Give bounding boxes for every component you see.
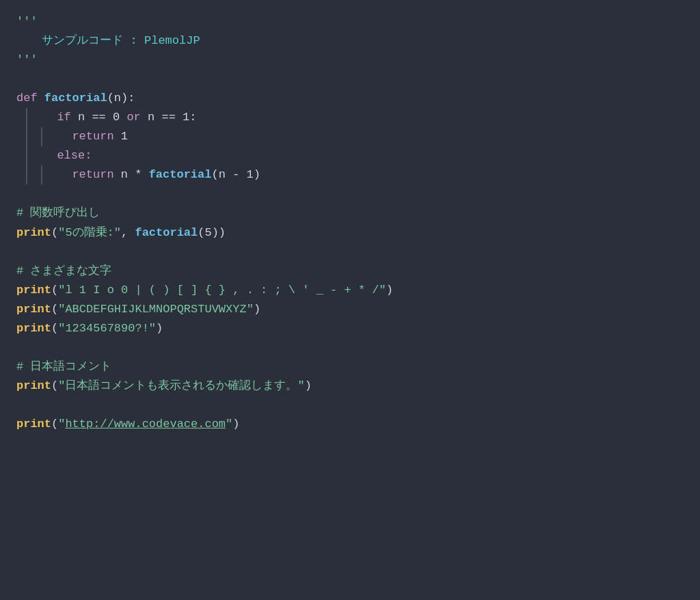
print-keyword-5: print <box>16 377 51 396</box>
code-editor: ''' サンプルコード : PlemolJP ''' def factorial… <box>0 0 700 600</box>
return-keyword-1: return <box>72 127 113 146</box>
if-keyword: if <box>57 108 70 127</box>
n-minus-1: (n - 1) <box>211 165 260 185</box>
print-jp-string: "日本語コメントも表示されるか確認します。" <box>58 377 304 396</box>
line-else: else: <box>31 146 260 165</box>
print-nums-string: "1234567890?!" <box>58 319 156 338</box>
comment-chars-text: # さまざまな文字 <box>16 262 111 281</box>
else-body: return n * factorial (n - 1) <box>31 165 260 185</box>
indent-bar-inner-else <box>41 165 42 185</box>
line-comment-chars: # さまざまな文字 <box>16 262 684 281</box>
print-keyword-2: print <box>16 281 51 300</box>
n-eq-1: n == 1: <box>148 108 196 127</box>
url-text: http://www.codevace.com <box>65 418 226 431</box>
def-keyword: def <box>16 89 38 108</box>
comment-call-text: # 関数呼び出し <box>16 204 100 223</box>
function-body-lines: if n == 0 or n == 1: return 1 <box>31 108 260 185</box>
line-triple-quote-close: ''' <box>16 51 684 70</box>
or-keyword: or <box>126 108 140 127</box>
print-alpha-string: "ABCDEFGHIJKLMNOPQRSTUVWXYZ" <box>58 300 254 319</box>
line-return-n: return n * factorial (n - 1) <box>46 165 260 185</box>
comment-sample-text: サンプルコード : PlemolJP <box>42 31 200 51</box>
print-keyword-1: print <box>16 223 51 243</box>
print-chars-string: "l 1 I o 0 | ( ) [ ] { } , . : ; \ ' _ -… <box>58 281 386 300</box>
return-keyword-2: return <box>72 165 113 185</box>
print-5-open: ( <box>51 223 58 243</box>
return-n-expr: n * <box>121 165 149 185</box>
comment-jp-text: # 日本語コメント <box>16 357 111 377</box>
line-print-url: print ( "http://www.codevace.com" ) <box>16 415 684 434</box>
line-def: def factorial (n): <box>16 89 684 108</box>
line-print-jp: print ( "日本語コメントも表示されるか確認します。" ) <box>16 377 684 396</box>
line-print-alpha: print ( "ABCDEFGHIJKLMNOPQRSTUVWXYZ" ) <box>16 300 684 319</box>
line-if: if n == 0 or n == 1: <box>31 108 260 127</box>
factorial-def-name: factorial <box>44 89 107 108</box>
blank-line-4 <box>16 338 684 357</box>
n-eq-0: n == 0 <box>78 108 120 127</box>
else-keyword: else: <box>57 146 92 165</box>
line-return-1: return 1 <box>46 127 128 146</box>
triple-quote-open: ''' <box>16 12 38 31</box>
blank-line-1 <box>16 70 684 89</box>
factorial-call-5: factorial <box>135 223 198 243</box>
print-url-string: "http://www.codevace.com" <box>58 415 232 434</box>
print-5-end: (5)) <box>198 223 226 243</box>
def-params: (n): <box>107 89 135 108</box>
print-keyword-4: print <box>16 319 51 338</box>
line-print-nums: print ( "1234567890?!" ) <box>16 319 684 338</box>
blank-line-3 <box>16 243 684 262</box>
else-body-lines: return n * factorial (n - 1) <box>46 165 260 185</box>
factorial-recursive-name: factorial <box>149 165 212 185</box>
line-comment-call: # 関数呼び出し <box>16 204 684 223</box>
line-comment-jp: # 日本語コメント <box>16 357 684 377</box>
print-keyword-3: print <box>16 300 51 319</box>
indent-bar-outer <box>26 108 27 185</box>
blank-line-2 <box>16 185 684 204</box>
triple-quote-close: ''' <box>16 51 38 70</box>
line-comment-sample: サンプルコード : PlemolJP <box>16 31 684 51</box>
blank-line-5 <box>16 396 684 415</box>
line-triple-quote-open: ''' <box>16 12 684 31</box>
line-print-5: print ( "5の階乗:" , factorial (5)) <box>16 223 684 243</box>
function-body: if n == 0 or n == 1: return 1 <box>16 108 684 185</box>
line-print-chars: print ( "l 1 I o 0 | ( ) [ ] { } , . : ;… <box>16 281 684 300</box>
if-body-lines: return 1 <box>46 127 128 146</box>
if-body: return 1 <box>31 127 260 146</box>
print-keyword-6: print <box>16 415 51 434</box>
print-5-string: "5の階乗:" <box>58 223 121 243</box>
indent-bar-inner-if <box>41 127 42 146</box>
return-value-1: 1 <box>121 127 128 146</box>
